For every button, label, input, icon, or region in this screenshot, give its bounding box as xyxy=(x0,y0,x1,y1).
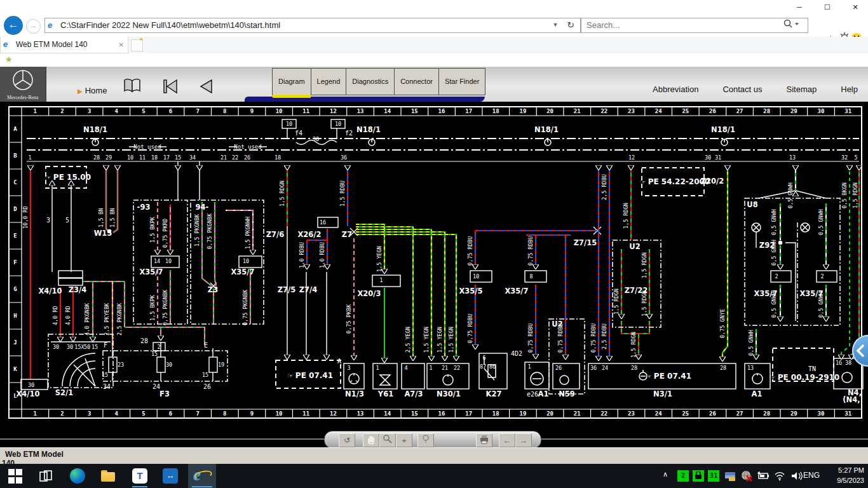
wiring-diagram-canvas[interactable]: 1234567891011121314151617181920212223242… xyxy=(0,102,868,431)
skip-to-start-icon[interactable] xyxy=(160,78,182,95)
grid-label: 23 xyxy=(628,108,635,114)
diagram-label: 36 xyxy=(590,365,597,371)
diagram-label: 1,5 RDGN xyxy=(853,182,858,208)
diagram-label: N59 xyxy=(559,391,575,398)
zoom-magnifier-icon[interactable] xyxy=(379,433,396,447)
browser-tab[interactable]: e Web ETM Model 140 ✕ xyxy=(0,37,128,53)
grid-label: 7 xyxy=(196,108,199,114)
diagram-label: N3/1 xyxy=(653,391,672,398)
back-button[interactable]: ← xyxy=(4,16,23,35)
diagram-label: 87 xyxy=(480,364,486,370)
tab-star-finder[interactable]: Star Finder xyxy=(439,68,485,95)
diagram-label: 5 xyxy=(65,217,69,224)
diagram-label: X35/7 xyxy=(505,288,528,295)
app-header: Mercedes-Benz ▶Home DiagramLegendDiagnos… xyxy=(0,67,868,102)
diagram-label: 0,75 PKBK xyxy=(346,304,352,334)
link-contact-us[interactable]: Contact us xyxy=(722,85,762,94)
link-sitemap[interactable]: Sitemap xyxy=(787,85,817,94)
tab-legend[interactable]: Legend xyxy=(311,68,347,95)
diagram-label: 2 xyxy=(775,274,778,280)
file-explorer-icon[interactable] xyxy=(100,468,116,484)
diagram-label: 6 xyxy=(482,355,485,361)
print-icon[interactable] xyxy=(476,433,492,447)
search-magnifier-icon[interactable] xyxy=(783,19,801,30)
tray-battery-icon[interactable] xyxy=(757,470,769,482)
link-help[interactable]: Help xyxy=(841,85,858,94)
tray-chevron-up-icon[interactable]: ∧ xyxy=(660,470,671,482)
grid-label: 17 xyxy=(465,108,472,114)
internet-explorer-taskbar-button[interactable]: e xyxy=(188,464,216,488)
grid-label: 2 xyxy=(60,108,64,114)
diagram-label: 15 xyxy=(102,372,108,378)
tab-diagnostics[interactable]: Diagnostics xyxy=(346,68,395,95)
diagram-label: PE 00.19-2910 xyxy=(770,374,839,381)
diagram-label: 15X xyxy=(74,344,84,350)
tray-wifi-icon[interactable] xyxy=(774,470,785,482)
diagram-label: Z7/4 xyxy=(299,287,318,294)
t-app-icon[interactable]: T xyxy=(132,468,147,484)
diagram-label: 0,5 GNWH xyxy=(771,209,777,235)
diagram-label: N30/1 xyxy=(437,391,461,398)
link-abbreviation[interactable]: Abbreviation xyxy=(653,85,698,94)
tray-vmware-icon[interactable] xyxy=(724,470,736,482)
add-favorite-star-icon[interactable]: ★ xyxy=(5,55,13,64)
grid-label: 10 xyxy=(276,108,283,114)
back-page-icon[interactable] xyxy=(196,78,217,95)
lamp-icon[interactable] xyxy=(417,433,434,447)
grid-label: 30 xyxy=(818,410,825,417)
tray-calendar-31-icon[interactable]: 31 xyxy=(708,470,719,482)
grid-label: 3 xyxy=(88,410,91,417)
diagram-label: PE 07.41 xyxy=(287,372,333,379)
page-back-icon[interactable]: ← xyxy=(499,433,515,447)
diagram-label: W15 xyxy=(94,230,112,238)
book-icon[interactable] xyxy=(122,78,144,95)
tray-green-tool-icon[interactable]: 2 xyxy=(677,470,689,482)
diagram-label: 1,5 BN xyxy=(98,208,104,227)
tray-green-lock-icon[interactable] xyxy=(693,470,704,482)
taskbar-clock[interactable]: 5:27 PM 9/5/2023 xyxy=(837,465,864,485)
diagram-label: 1,5 YEGN xyxy=(437,327,443,353)
forward-button[interactable]: → xyxy=(26,19,41,34)
minimize-icon[interactable]: ─ xyxy=(787,0,812,14)
grid-label: J xyxy=(13,339,17,346)
start-button[interactable] xyxy=(8,468,24,485)
home-nav-item[interactable]: ▶Home xyxy=(78,86,107,95)
page-forward-icon[interactable]: → xyxy=(515,433,532,447)
teamviewer-icon[interactable]: ↔ xyxy=(163,468,178,484)
task-view-button[interactable] xyxy=(38,468,53,484)
tab-connector[interactable]: Connector xyxy=(395,68,439,95)
crosshair-icon[interactable]: ＋ xyxy=(396,433,412,447)
close-icon[interactable]: ✕ xyxy=(843,0,868,14)
diagram-label: 1,0 RDBU xyxy=(320,242,325,268)
url-field[interactable]: e C:\StarFinder 2022 New Full\140\etm\we… xyxy=(44,18,581,33)
grid-label: G xyxy=(13,286,17,292)
diagram-label: X26/2 xyxy=(297,231,321,239)
edge-icon[interactable] xyxy=(70,468,85,484)
pan-hand-icon[interactable] xyxy=(363,433,379,447)
mercedes-benz-logo[interactable]: Mercedes-Benz xyxy=(0,67,46,102)
search-input[interactable]: Search... xyxy=(581,18,808,33)
reset-view-icon[interactable]: ↺ xyxy=(339,433,355,447)
url-dropdown-icon[interactable]: ▼ xyxy=(550,19,560,30)
language-indicator[interactable]: ENG xyxy=(803,471,820,480)
tab-close-icon[interactable]: ✕ xyxy=(119,37,124,53)
diagram-label: PE 54.22-2000 xyxy=(640,178,710,186)
diagram-label: 1,5 BN xyxy=(110,208,116,227)
diagram-label: 30 xyxy=(28,383,34,388)
tray-network-error-icon[interactable] xyxy=(741,470,752,482)
diagram-label: 10 xyxy=(127,155,133,161)
diagram-label: 21 xyxy=(442,365,448,371)
diagram-label: 13 xyxy=(789,155,796,161)
grid-label: 11 xyxy=(302,410,309,417)
diagram-label: 1,5 RDBU xyxy=(340,180,346,207)
maximize-icon[interactable]: ☐ xyxy=(815,0,840,14)
diagram-label: 1 xyxy=(379,278,383,283)
refresh-icon[interactable]: ↻ xyxy=(564,18,577,31)
diagram-label: 2 xyxy=(157,344,160,350)
diagram-label: 4,0 RD xyxy=(65,306,71,325)
tray-speaker-icon[interactable] xyxy=(790,470,802,482)
diagram-label: Z3 xyxy=(208,287,218,294)
grid-label: 15 xyxy=(411,108,418,114)
tab-diagram[interactable]: Diagram xyxy=(272,68,311,95)
new-tab-button[interactable] xyxy=(131,39,143,51)
